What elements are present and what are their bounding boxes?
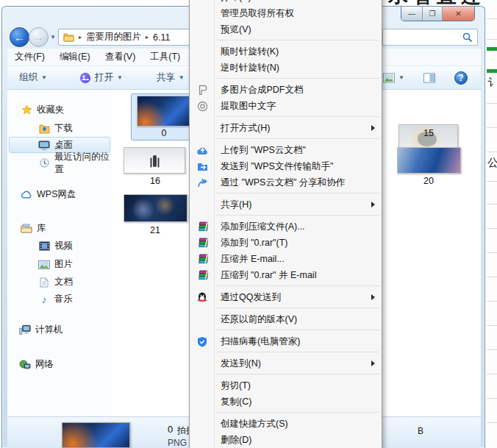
doc-row-line (487, 277, 497, 277)
sidebar-section-network[interactable]: 网络 (19, 357, 54, 372)
menu-item-compress-email[interactable]: 压缩并 E-mail... (190, 251, 382, 267)
menu-item-take-ownership[interactable]: 管理员取得所有权 (190, 5, 382, 21)
close-button[interactable]: ✕ (443, 7, 474, 21)
open-label: 打开 (95, 71, 113, 84)
menu-item-delete[interactable]: 删除(D) (190, 432, 382, 448)
sidebar-item-downloads[interactable]: 下载 (38, 121, 73, 136)
back-button[interactable]: ← (10, 27, 29, 47)
file-label[interactable]: 15 (396, 128, 462, 138)
menu-item-preview[interactable]: 预览(V) (190, 21, 382, 38)
sidebar-section-computer[interactable]: 计算机 (19, 322, 63, 338)
sidebar-item-videos[interactable]: 视频 (38, 238, 73, 254)
menu-item-print[interactable]: 打印(P) (190, 0, 382, 5)
video-icon (38, 241, 50, 252)
menu-separator (216, 330, 379, 330)
breadcrumb-subfolder[interactable]: 6.11 (153, 32, 170, 43)
maximize-button[interactable]: ❐ (423, 7, 443, 21)
menu-item-share-wps-cloud[interactable]: 通过 "WPS云文档" 分享和协作 (190, 174, 382, 191)
menu-separator (216, 285, 379, 286)
menu-file[interactable]: 文件(F) (7, 51, 52, 63)
menu-item-label: 删除(D) (221, 434, 251, 447)
chevron-down-icon: ▼ (117, 74, 123, 81)
menu-separator (216, 116, 379, 117)
sidebar-item-documents[interactable]: 文档 (38, 274, 73, 290)
menu-separator (216, 307, 379, 308)
chevron-down-icon: ▼ (41, 74, 47, 81)
file-thumbnail-16[interactable] (124, 147, 185, 174)
menu-separator (216, 352, 379, 352)
menu-item-send-to[interactable]: 发送到(N) (190, 355, 382, 371)
menu-item-label: 通过 "WPS云文档" 分享和协作 (221, 177, 345, 189)
menu-item-copy[interactable]: 复制(C) (190, 394, 382, 410)
menu-item-combine-pdf[interactable]: 多图片合成PDF文档 (190, 82, 382, 98)
file-label[interactable]: 0 (131, 128, 197, 138)
crumb-arrow-icon: ▸ (141, 34, 153, 40)
forward-arrow-icon: → (33, 31, 44, 43)
details-file-name: 0 (168, 424, 173, 435)
details-thumbnail (62, 422, 130, 448)
sidebar-item-recent-places[interactable]: 最近访问的位置 (38, 155, 112, 171)
menu-item-scan-virus[interactable]: 扫描病毒(电脑管家) (190, 333, 382, 349)
menu-item-cut[interactable]: 剪切(T) (190, 377, 382, 394)
organize-label: 组织 (19, 71, 37, 84)
sidebar-section-wps-drive[interactable]: WPS网盘 (21, 187, 76, 202)
share-button[interactable]: 共享 ▼ (151, 69, 190, 87)
doc-green-accent (487, 69, 497, 73)
menu-edit[interactable]: 编辑(E) (52, 51, 98, 63)
breadcrumb-folder[interactable]: 需要用的图片 (86, 31, 141, 43)
forward-button[interactable]: → (29, 27, 49, 47)
menu-item-upload-wps-cloud[interactable]: 上传到 "WPS云文档" (190, 142, 382, 158)
recent-pages-dropdown[interactable]: ▼ (50, 34, 56, 40)
menu-item-send-wps-transfer[interactable]: 发送到 "WPS文件传输助手" (190, 158, 382, 174)
winrar-icon (196, 269, 209, 282)
sidebar-section-libraries[interactable]: 库 (21, 221, 46, 236)
menu-tools[interactable]: 工具(T) (143, 51, 187, 63)
menu-item-add-to-named-archive[interactable]: 添加到 "0.rar"(T) (190, 235, 382, 251)
menu-item-create-shortcut[interactable]: 创建快捷方式(S) (190, 416, 382, 432)
doc-row-line (487, 349, 497, 350)
menu-item-compress-named-email[interactable]: 压缩到 "0.rar" 并 E-mail (190, 267, 382, 283)
sidebar-section-favorites[interactable]: 收藏夹 (21, 102, 65, 118)
minimize-button[interactable]: — (401, 7, 423, 21)
sidebar-item-label: 下载 (54, 122, 73, 135)
menu-item-extract-text[interactable]: 提取图中文字 (190, 98, 382, 114)
sidebar-item-music[interactable]: ♪ 音乐 (38, 291, 73, 307)
organize-button[interactable]: 组织 ▼ (13, 69, 53, 87)
help-button[interactable]: ? (448, 69, 473, 87)
doc-partial-char: 讠 (487, 76, 497, 90)
file-thumbnail-21[interactable] (124, 194, 187, 222)
sidebar-item-label: 桌面 (54, 139, 73, 152)
menu-item-add-to-archive[interactable]: 添加到压缩文件(A)... (190, 218, 382, 235)
menu-item-label: 通过QQ发送到 (221, 291, 281, 304)
preview-pane-icon (423, 72, 435, 84)
file-thumbnail-0[interactable] (137, 96, 190, 127)
menu-item-send-via-qq[interactable]: 通过QQ发送到 (190, 289, 382, 305)
wps-picture-icon (79, 72, 91, 84)
menu-view[interactable]: 查看(V) (98, 51, 143, 63)
menu-item-restore-previous-versions[interactable]: 还原以前的版本(V) (190, 311, 382, 327)
sidebar-item-label: 最近访问的位置 (54, 151, 112, 176)
menu-item-label: 管理员取得所有权 (221, 7, 294, 20)
sidebar-item-label: 视频 (54, 240, 73, 252)
details-right-partial: B (418, 426, 423, 436)
menu-item-label: 逆时针旋转(N) (221, 62, 279, 74)
pictures-icon (38, 259, 50, 271)
sidebar-item-pictures[interactable]: 图片 (38, 257, 73, 272)
file-label[interactable]: 21 (122, 225, 188, 235)
preview-pane-button[interactable] (418, 69, 441, 87)
file-label[interactable]: 16 (122, 176, 188, 186)
menu-separator (216, 193, 379, 193)
menu-item-label: 预览(V) (221, 24, 251, 36)
menu-item-label: 共享(H) (221, 199, 251, 211)
menu-item-share-with[interactable]: 共享(H) (190, 196, 382, 213)
file-label[interactable]: 20 (396, 176, 462, 186)
open-button[interactable]: 打开 ▼ (74, 69, 129, 87)
help-icon: ? (454, 71, 468, 85)
winrar-icon (196, 220, 209, 233)
doc-green-accent (487, 47, 497, 51)
menu-item-rotate-clockwise[interactable]: 顺时针旋转(K) (190, 43, 382, 60)
search-input[interactable] (382, 29, 478, 46)
menu-item-open-with[interactable]: 打开方式(H) (190, 120, 382, 136)
file-thumbnail-20[interactable] (397, 147, 461, 174)
menu-item-rotate-counterclockwise[interactable]: 逆时针旋转(N) (190, 60, 382, 76)
